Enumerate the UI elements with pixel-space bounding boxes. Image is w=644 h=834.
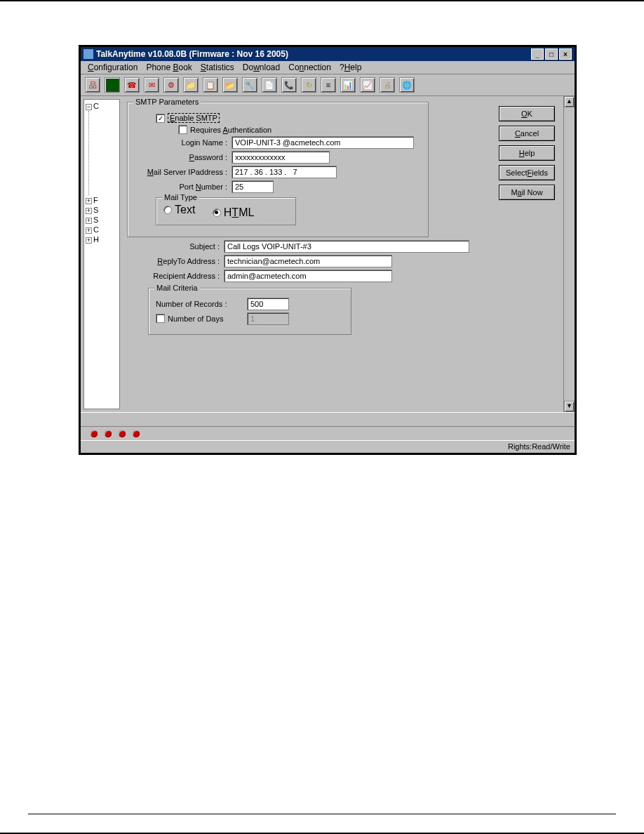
select-fields-button[interactable]: Select Fields bbox=[499, 165, 555, 180]
replyto-label: ReplyTo Address : bbox=[127, 257, 220, 265]
menubar: Configuration Phone Book Statistics Down… bbox=[81, 61, 575, 74]
tree-item[interactable]: +C bbox=[86, 225, 118, 234]
status-led-2 bbox=[105, 430, 112, 437]
rights-text: Rights:Read/Write bbox=[508, 442, 570, 451]
menu-statistics[interactable]: Statistics bbox=[201, 62, 234, 72]
main-pane: OK Cancel Help Select Fields Mail Now SM… bbox=[120, 96, 575, 412]
ok-button[interactable]: OK bbox=[499, 106, 555, 121]
mail-criteria-label: Mail Criteria bbox=[154, 284, 200, 292]
num-days-checkbox[interactable] bbox=[156, 314, 165, 323]
toolbar-btn-13[interactable]: ≡ bbox=[321, 77, 336, 93]
toolbar-btn-11[interactable]: 📞 bbox=[281, 77, 297, 93]
requires-auth-checkbox[interactable] bbox=[178, 125, 187, 134]
menu-connection[interactable]: Connection bbox=[288, 62, 331, 72]
num-records-input[interactable] bbox=[247, 298, 289, 310]
app-separator bbox=[81, 412, 575, 426]
status-led-4 bbox=[133, 430, 140, 437]
mailtype-html-radio[interactable] bbox=[213, 208, 221, 217]
toolbar-btn-14[interactable]: 📊 bbox=[340, 77, 356, 93]
toolbar-btn-7[interactable]: 📋 bbox=[203, 77, 218, 93]
status-led-3 bbox=[119, 430, 126, 437]
toolbar-btn-2[interactable] bbox=[105, 77, 120, 93]
subject-label: Subject : bbox=[127, 242, 220, 251]
recipient-label: Recipient Address : bbox=[127, 272, 220, 280]
mail-type-group: Mail Type Text HTML bbox=[156, 197, 296, 225]
toolbar-btn-16[interactable]: 🖨 bbox=[380, 77, 395, 93]
app-icon bbox=[83, 49, 93, 59]
mailserver-input[interactable] bbox=[232, 166, 337, 178]
toolbar: 品 ☎ ✉ ⚙ 📁 📋 📂 🔧 📄 📞 ↻ ≡ 📊 📈 🖨 🌐 bbox=[81, 74, 575, 96]
password-label: Password : bbox=[135, 153, 227, 161]
toolbar-btn-12[interactable]: ↻ bbox=[301, 77, 316, 93]
tree-item[interactable]: +F bbox=[86, 195, 118, 205]
menu-configuration[interactable]: Configuration bbox=[88, 62, 137, 72]
app-body: −C +F +S +S +C +H OK Cancel Help Select … bbox=[81, 96, 575, 412]
toolbar-btn-15[interactable]: 📈 bbox=[360, 77, 375, 93]
menu-phonebook[interactable]: Phone Book bbox=[146, 62, 192, 72]
smtp-parameters-group: SMTP Parameters ✓ Enable SMTP Requires A… bbox=[127, 102, 429, 237]
recipient-input[interactable] bbox=[224, 270, 392, 282]
toolbar-btn-5[interactable]: ⚙ bbox=[163, 77, 179, 93]
tree-item[interactable]: +H bbox=[86, 234, 118, 244]
mailserver-label: Mail Server IPaddress : bbox=[135, 168, 227, 176]
requires-auth-label: Requires Authentication bbox=[190, 126, 271, 134]
mailtype-label: Mail Type bbox=[162, 193, 199, 201]
password-input[interactable] bbox=[232, 151, 330, 164]
subject-input[interactable] bbox=[224, 240, 469, 253]
help-button[interactable]: Help bbox=[499, 145, 555, 161]
num-records-label: Number of Records : bbox=[156, 300, 247, 308]
maximize-button[interactable]: □ bbox=[545, 48, 558, 60]
smtp-group-label: SMTP Parameters bbox=[133, 98, 201, 106]
tree-item[interactable]: −C bbox=[86, 101, 118, 111]
mailtype-html-label: HTML bbox=[224, 206, 255, 219]
titlebar-text: TalkAnytime v10.08.0B (Firmware : Nov 16… bbox=[96, 49, 288, 59]
toolbar-btn-10[interactable]: 📄 bbox=[262, 77, 277, 93]
enable-smtp-label: Enable SMTP bbox=[168, 113, 220, 123]
mailtype-text-radio[interactable] bbox=[163, 206, 172, 214]
toolbar-btn-9[interactable]: 🔧 bbox=[242, 77, 257, 93]
replyto-input[interactable] bbox=[224, 255, 392, 267]
application-window: TalkAnytime v10.08.0B (Firmware : Nov 16… bbox=[79, 45, 577, 455]
mail-now-button[interactable]: Mail Now bbox=[499, 185, 555, 200]
toolbar-btn-17[interactable]: 🌐 bbox=[399, 77, 415, 93]
mailtype-text-label: Text bbox=[175, 204, 195, 216]
tree-item[interactable]: +S bbox=[86, 205, 118, 215]
scroll-down-button[interactable]: ▼ bbox=[564, 401, 575, 412]
rights-statusbar: Rights:Read/Write bbox=[81, 440, 575, 453]
tree-pane[interactable]: −C +F +S +S +C +H bbox=[83, 99, 120, 409]
status-led-1 bbox=[90, 430, 98, 437]
scroll-up-button[interactable]: ▲ bbox=[564, 96, 575, 107]
toolbar-btn-1[interactable]: 品 bbox=[85, 77, 100, 93]
mail-criteria-group: Mail Criteria Number of Records : Number… bbox=[148, 288, 351, 335]
toolbar-btn-8[interactable]: 📂 bbox=[222, 77, 238, 93]
minimize-button[interactable]: _ bbox=[531, 48, 544, 60]
toolbar-btn-3[interactable]: ☎ bbox=[124, 77, 140, 93]
cancel-button[interactable]: Cancel bbox=[499, 126, 555, 141]
num-days-label: Number of Days bbox=[168, 315, 247, 323]
port-number-input[interactable] bbox=[232, 180, 274, 193]
toolbar-btn-4[interactable]: ✉ bbox=[144, 77, 159, 93]
close-button[interactable]: × bbox=[559, 48, 572, 60]
enable-smtp-checkbox[interactable]: ✓ bbox=[156, 114, 165, 123]
tree-item[interactable]: +S bbox=[86, 215, 118, 225]
login-name-input[interactable] bbox=[232, 136, 414, 149]
vertical-scrollbar[interactable]: ▲ ▼ bbox=[563, 96, 575, 412]
num-days-input bbox=[247, 312, 289, 325]
status-leds-bar bbox=[81, 426, 575, 440]
toolbar-btn-6[interactable]: 📁 bbox=[183, 77, 199, 93]
port-number-label: Port Number : bbox=[135, 183, 227, 191]
menu-download[interactable]: Download bbox=[243, 62, 280, 72]
menu-help[interactable]: ?Help bbox=[340, 62, 361, 72]
titlebar: TalkAnytime v10.08.0B (Firmware : Nov 16… bbox=[81, 47, 575, 61]
login-name-label: Login Name : bbox=[135, 138, 227, 147]
